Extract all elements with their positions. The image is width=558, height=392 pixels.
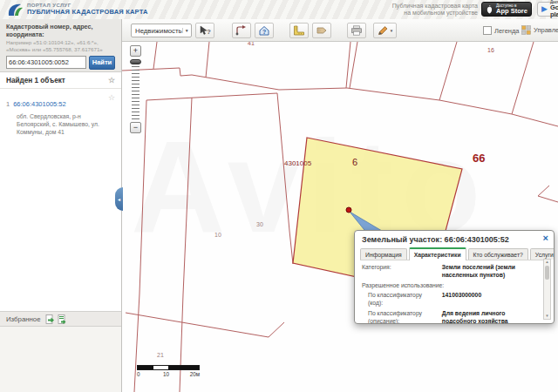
manage-map-label: Управление картой	[534, 26, 558, 34]
pkk-app-window: ПОРТАЛ УСЛУГ ПУБЛИЧНАЯ КАДАСТРОВАЯ КАРТА…	[0, 0, 558, 392]
manage-grid-icon	[521, 25, 531, 35]
portal-logo[interactable]: ПОРТАЛ УСЛУГ ПУБЛИЧНАЯ КАДАСТРОВАЯ КАРТА	[7, 2, 148, 17]
category-select[interactable]: Недвижимость ▼	[131, 24, 192, 37]
search-hint: Например «51:0:10104:12», «61:6:*», «Мос…	[6, 39, 115, 53]
info-row-classifier-desc: По классификатору (описание): Для ведени…	[362, 310, 540, 324]
parcel-marker-dot	[346, 207, 351, 213]
chevron-down-icon: ▼	[182, 28, 191, 33]
sidebar-collapse-handle[interactable]: ◂	[115, 187, 123, 211]
search-input[interactable]	[6, 56, 86, 69]
scale-mid: 10	[163, 371, 169, 377]
zoom-control: + −	[130, 45, 141, 133]
info-row-category: Категория: Земли поселений (земли населе…	[362, 264, 540, 280]
object-info-button[interactable]: ?	[255, 23, 274, 38]
legend-label: Легенда	[494, 27, 520, 35]
category-select-value: Недвижимость	[132, 27, 182, 35]
result-index: 1	[6, 100, 10, 108]
popup-body: Категория: Земли поселений (земли населе…	[362, 264, 540, 324]
scrollbar-thumb[interactable]	[545, 266, 549, 280]
ruler-icon	[293, 25, 305, 36]
parcel-info-popup: Земельный участок: 66:06:4301005:52 × Ин…	[354, 230, 555, 324]
favorites-bar: Избранное	[0, 311, 121, 327]
promo-line2: на мобильном устройстве	[392, 10, 478, 17]
identify-cursor-icon: ?	[199, 25, 212, 37]
favorites-export-list-icon[interactable]	[58, 314, 67, 324]
search-sidebar: Кадастровый номер, адрес, координата: На…	[0, 19, 122, 392]
favorites-label: Избранное	[6, 315, 41, 323]
googleplay-icon: ▶	[541, 5, 548, 13]
zoom-in-button[interactable]: +	[130, 45, 141, 57]
draw-caret-icon: ▼	[390, 29, 393, 33]
scale-end: 20м	[190, 371, 200, 377]
identify-tool-button[interactable]: ?	[195, 23, 214, 38]
ruler-tool-button[interactable]	[289, 23, 309, 38]
googleplay-badge[interactable]: ▶ Доступно в Google play	[537, 2, 558, 17]
top-header: ПОРТАЛ УСЛУГ ПУБЛИЧНАЯ КАДАСТРОВАЯ КАРТА…	[0, 0, 558, 20]
scale-start: 0	[137, 371, 140, 377]
map-toolbar: Недвижимость ▼ ? ?	[122, 19, 558, 42]
measure-route-icon	[235, 25, 248, 36]
find-button[interactable]: Найти	[89, 56, 115, 70]
draw-tool-button[interactable]: ▼	[373, 23, 397, 38]
app-title: ПУБЛИЧНАЯ КАДАСТРОВАЯ КАРТА	[27, 9, 148, 16]
apple-icon	[486, 4, 493, 14]
favorites-export-icon[interactable]	[45, 314, 55, 324]
svg-text:?: ?	[207, 27, 211, 35]
tab-characteristics[interactable]: Характеристики	[409, 247, 466, 260]
zoom-slider-handle[interactable]	[130, 59, 141, 64]
scroll-up-icon[interactable]: ▲	[544, 260, 550, 265]
popup-scrollbar[interactable]: ▲ ▼	[543, 259, 551, 320]
house-question-icon: ?	[258, 25, 270, 36]
collapse-arrow-icon: ◂	[118, 196, 120, 202]
zoom-out-button[interactable]: −	[130, 122, 141, 133]
measure-route-button[interactable]	[232, 23, 251, 38]
tab-who-services[interactable]: Кто обслуживает?	[468, 248, 528, 260]
result-item[interactable]: 166:06:4301005:52 ☆ обл. Свердловская, р…	[0, 89, 121, 142]
appstore-badge-bottom: App Store	[496, 8, 527, 15]
search-label: Кадастровый номер, адрес, координата:	[6, 23, 115, 38]
scale-bar: 0 10 20м	[137, 365, 200, 378]
tab-information[interactable]: Информация	[360, 248, 407, 260]
result-star-icon[interactable]: ☆	[108, 93, 115, 102]
result-number-link[interactable]: 66:06:4301005:52	[13, 100, 65, 108]
appstore-badge[interactable]: Доступно в App Store	[481, 2, 532, 17]
cadastral-map-layer	[122, 42, 558, 392]
search-results-panel: Найден 1 объект ☆ 166:06:4301005:52 ☆ об…	[0, 71, 121, 313]
popup-tabs: Информация Характеристики Кто обслуживае…	[360, 247, 548, 260]
legend-toggle[interactable]: Легенда	[483, 26, 520, 35]
mobile-promo: Публичная кадастровая карта на мобильном…	[392, 3, 478, 17]
popup-close-icon[interactable]: ×	[543, 233, 548, 243]
pen-icon	[377, 25, 389, 36]
results-star-icon[interactable]: ☆	[108, 76, 115, 84]
info-row-permitted-use: Разрешенное использование:	[362, 282, 540, 290]
printer-icon	[350, 25, 363, 36]
map-canvas[interactable]: Avito 41 16 4301005	[122, 42, 558, 392]
legend-checkbox[interactable]	[483, 26, 492, 35]
portal-logo-icon	[7, 2, 24, 17]
search-area: Кадастровый номер, адрес, координата: На…	[0, 19, 121, 71]
result-address: обл. Свердловская, р-н Белоярский, с. Ка…	[17, 112, 115, 137]
print-button[interactable]	[347, 23, 366, 38]
manage-map-button[interactable]: Управление картой	[521, 25, 558, 35]
results-count: Найден 1 объект	[6, 77, 65, 84]
zoom-slider-track[interactable]	[132, 66, 140, 120]
tag-icon	[316, 25, 328, 36]
label-tag-button[interactable]	[312, 23, 331, 38]
info-row-classifier-code: По классификатору (код): 141003000000	[362, 292, 540, 308]
svg-text:?: ?	[262, 29, 266, 35]
popup-title: Земельный участок: 66:06:4301005:52	[355, 231, 554, 247]
promo-line1: Публичная кадастровая карта	[392, 3, 478, 10]
scroll-down-icon[interactable]: ▼	[544, 314, 550, 319]
googleplay-badge-bottom: Google play	[550, 4, 558, 17]
